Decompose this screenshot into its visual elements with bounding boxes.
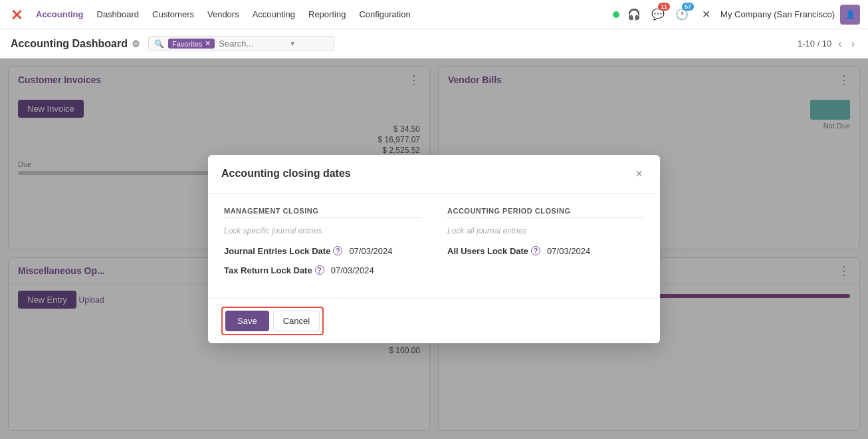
user-avatar[interactable]: 👤 xyxy=(840,5,860,25)
sub-header: Accounting Dashboard ⚙ 🔍 Favorites ✕ ▼ 1… xyxy=(0,29,868,59)
modal-close-button[interactable]: × xyxy=(631,166,647,182)
headset-icon[interactable]: 🎧 xyxy=(625,5,643,24)
chat-icon[interactable]: 💬 11 xyxy=(649,5,667,24)
accounting-subtitle: Lock all journal entries xyxy=(447,226,644,235)
search-dropdown-icon[interactable]: ▼ xyxy=(289,40,296,47)
filter-label: Favorites xyxy=(172,40,202,48)
nav-item-accounting[interactable]: Accounting xyxy=(247,7,300,22)
management-section: MANAGEMENT CLOSING Lock specific journal… xyxy=(224,207,421,285)
all-users-lock-date-label: All Users Lock Date ? xyxy=(447,246,540,256)
action-buttons-highlight: Save Cancel xyxy=(221,307,324,335)
cancel-button[interactable]: Cancel xyxy=(273,311,320,331)
modal-dialog: Accounting closing dates × MANAGEMENT CL… xyxy=(208,155,660,343)
main-content: Customer Invoices ⋮ New Invoice $ 34.50 … xyxy=(0,59,868,439)
modal-title: Accounting closing dates xyxy=(221,168,631,180)
journal-entries-lock-date-value: 07/03/2024 xyxy=(349,246,392,256)
chat-badge: 11 xyxy=(658,3,670,11)
modal-footer: Save Cancel xyxy=(208,298,660,343)
save-button[interactable]: Save xyxy=(225,311,269,331)
settings-icon[interactable]: ✕ xyxy=(697,5,715,24)
search-icon: 🔍 xyxy=(154,39,164,49)
search-input[interactable] xyxy=(219,39,285,49)
modal-overlay[interactable]: Accounting closing dates × MANAGEMENT CL… xyxy=(0,59,868,439)
activity-badge: 57 xyxy=(682,3,694,11)
modal-header: Accounting closing dates × xyxy=(208,155,660,194)
pagination-prev-button[interactable]: ‹ xyxy=(835,37,844,51)
nav-item-reporting[interactable]: Reporting xyxy=(303,7,351,22)
all-users-lock-date-value: 07/03/2024 xyxy=(547,246,590,256)
accounting-section-title: ACCOUNTING PERIOD CLOSING xyxy=(447,207,644,215)
modal-body: MANAGEMENT CLOSING Lock specific journal… xyxy=(208,194,660,298)
management-subtitle: Lock specific journal entries xyxy=(224,226,421,235)
all-users-lock-date-row: All Users Lock Date ? 07/03/2024 xyxy=(447,246,644,256)
pagination-next-button[interactable]: › xyxy=(849,37,857,51)
pagination: 1-10 / 10 ‹ › xyxy=(798,37,857,51)
search-filter-tag[interactable]: Favorites ✕ xyxy=(168,39,215,49)
all-users-help-icon[interactable]: ? xyxy=(531,246,540,255)
management-section-title: MANAGEMENT CLOSING xyxy=(224,207,421,215)
page-title-text: Accounting Dashboard xyxy=(11,38,128,50)
nav-item-configuration[interactable]: Configuration xyxy=(354,7,415,22)
journal-entries-help-icon[interactable]: ? xyxy=(333,246,342,255)
nav-item-customers[interactable]: Customers xyxy=(147,7,199,22)
pagination-text: 1-10 / 10 xyxy=(798,39,831,49)
search-bar[interactable]: 🔍 Favorites ✕ ▼ xyxy=(148,36,334,51)
app-logo[interactable] xyxy=(8,7,24,23)
settings-gear-icon[interactable]: ⚙ xyxy=(132,39,140,49)
status-indicator xyxy=(613,11,619,18)
tax-return-lock-date-row: Tax Return Lock Date ? 07/03/2024 xyxy=(224,265,421,275)
journal-entries-lock-date-row: Journal Entries Lock Date ? 07/03/2024 xyxy=(224,246,421,256)
tax-return-help-icon[interactable]: ? xyxy=(315,265,324,275)
modal-two-col: MANAGEMENT CLOSING Lock specific journal… xyxy=(224,207,644,285)
nav-item-vendors[interactable]: Vendors xyxy=(202,7,245,22)
nav-item-dashboard[interactable]: Dashboard xyxy=(92,7,145,22)
accounting-section: ACCOUNTING PERIOD CLOSING Lock all journ… xyxy=(447,207,644,285)
company-name[interactable]: My Company (San Francisco) xyxy=(720,9,835,19)
tax-return-lock-date-label: Tax Return Lock Date ? xyxy=(224,265,324,275)
tax-return-lock-date-value: 07/03/2024 xyxy=(331,265,374,275)
journal-entries-lock-date-label: Journal Entries Lock Date ? xyxy=(224,246,342,256)
activity-icon[interactable]: 🕐 57 xyxy=(673,5,691,24)
filter-remove-icon[interactable]: ✕ xyxy=(205,39,211,48)
nav-item-accounting-app[interactable]: Accounting xyxy=(31,7,89,22)
top-nav: Accounting Dashboard Customers Vendors A… xyxy=(0,0,868,29)
